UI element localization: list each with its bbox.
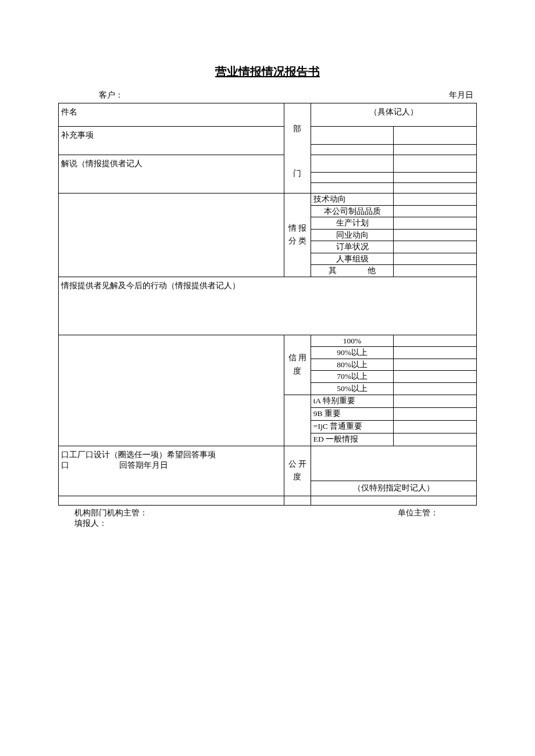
hope-line1: 口工厂口设计（圈选任一项）希望回答事项 [61, 450, 281, 460]
cell-cat7v [394, 265, 477, 277]
cell-men: 门 [284, 155, 311, 194]
cell-bumen-top: 部 [284, 103, 311, 155]
cell-cat-l7 [59, 265, 284, 277]
cell-buchong-line [59, 144, 284, 155]
cell-cat-l3 [59, 217, 284, 230]
cell-cat3v [394, 217, 477, 230]
cell-imp-c: =IjC 普通重要 [311, 420, 394, 433]
cell-imp-cv [394, 420, 477, 433]
cell-p100v [394, 335, 477, 347]
cell-m-r2b [394, 173, 477, 183]
cell-jianming: 件名 [59, 103, 284, 127]
footer: 机构部门机构主管： 单位主管： 填报人： [58, 506, 477, 529]
cell-p50: 50%以上 [311, 383, 394, 395]
cell-m-r3a [311, 183, 394, 194]
footer-left: 机构部门机构主管： [74, 508, 148, 518]
cell-cat-l2 [59, 205, 284, 217]
header-row: 客户： 年月日 [58, 90, 477, 103]
cell-imp-av [394, 395, 477, 407]
cell-jutijiren: （具体记人） [311, 103, 476, 127]
cell-gk-blank [311, 446, 476, 481]
cell-cat7a: 其 [329, 266, 337, 276]
cell-p90v [394, 347, 477, 359]
cell-cat5: 订单状况 [311, 241, 394, 253]
cell-p70: 70%以上 [311, 371, 394, 383]
cell-cat-l4 [59, 229, 284, 241]
cell-cat7: 其 他 [311, 265, 394, 277]
cell-last-l [59, 496, 284, 505]
cell-m-r1b [394, 155, 477, 173]
cell-cat1: 技术动向 [311, 194, 394, 206]
cell-p80: 80%以上 [311, 359, 394, 371]
cell-last-r [311, 496, 476, 505]
cell-m-r3b [394, 183, 477, 194]
cell-last-m [284, 496, 311, 505]
cell-js-l1 [59, 173, 284, 183]
cell-jieshuo: 解说（情报提供者记人 [59, 155, 284, 173]
cell-hope: 口工厂口设计（圈选任一项）希望回答事项 口 回答期年月日 [59, 446, 284, 496]
cell-xinyong: 信 用 度 [284, 335, 311, 395]
cell-p70v [394, 371, 477, 383]
doc-title: 营业情报情况报告书 [58, 64, 477, 80]
cell-fenlei: 情 报 分 类 [284, 194, 311, 277]
cell-p50v [394, 383, 477, 395]
cell-cat-l5 [59, 241, 284, 253]
customer-label: 客户： [99, 90, 123, 101]
cell-imp-left [59, 395, 284, 446]
cell-cat2: 本公司制品品质 [311, 205, 394, 217]
cell-cat-l1 [59, 194, 284, 206]
cell-cat6v [394, 253, 477, 265]
main-table: 件名 部 （具体记人） 补充事项 解说（情报提供者记人 门 情 报 分 类 技术… [58, 103, 477, 506]
cell-b-r2b [394, 144, 477, 155]
footer-right: 单位主管： [398, 508, 438, 518]
cell-cat6: 人事组级 [311, 253, 394, 265]
cell-p90: 90%以上 [311, 347, 394, 359]
cell-cat2v [394, 205, 477, 217]
date-label: 年月日 [449, 90, 473, 101]
cell-b-r2a [311, 144, 394, 155]
cell-conf-left [59, 335, 284, 395]
cell-b-r1a [311, 127, 394, 145]
hope-line2a: 口 [61, 460, 84, 471]
cell-cat5v [394, 241, 477, 253]
cell-cat3: 生产计划 [311, 217, 394, 230]
cell-imp-a: tA 特别重要 [311, 395, 394, 407]
cell-p100: 100% [311, 335, 394, 347]
cell-jianjie: 情报提供者见解及今后的行动（情报提供者记人） [59, 277, 477, 335]
cell-cat7b: 他 [368, 266, 376, 276]
cell-gongkai: 公 开 度 [284, 446, 311, 496]
cell-cat1v [394, 194, 477, 206]
cell-cat4: 同业动向 [311, 229, 394, 241]
cell-imp-dv [394, 433, 477, 446]
cell-imp-mid [284, 395, 311, 446]
cell-cat-l6 [59, 253, 284, 265]
hope-line2b: 回答期年月日 [84, 460, 168, 471]
cell-zhiding: （仅特别指定时记人） [311, 481, 476, 496]
cell-cat4v [394, 229, 477, 241]
footer-bottom: 填报人： [74, 518, 473, 529]
cell-buchong: 补充事项 [59, 127, 284, 145]
cell-m-r2a [311, 173, 394, 183]
cell-imp-b: 9B 重要 [311, 407, 394, 420]
cell-m-r1a [311, 155, 394, 173]
cell-imp-d: ED 一般情报 [311, 433, 394, 446]
cell-p80v [394, 359, 477, 371]
cell-js-l2 [59, 183, 284, 194]
cell-b-r1b [394, 127, 477, 145]
cell-imp-bv [394, 407, 477, 420]
